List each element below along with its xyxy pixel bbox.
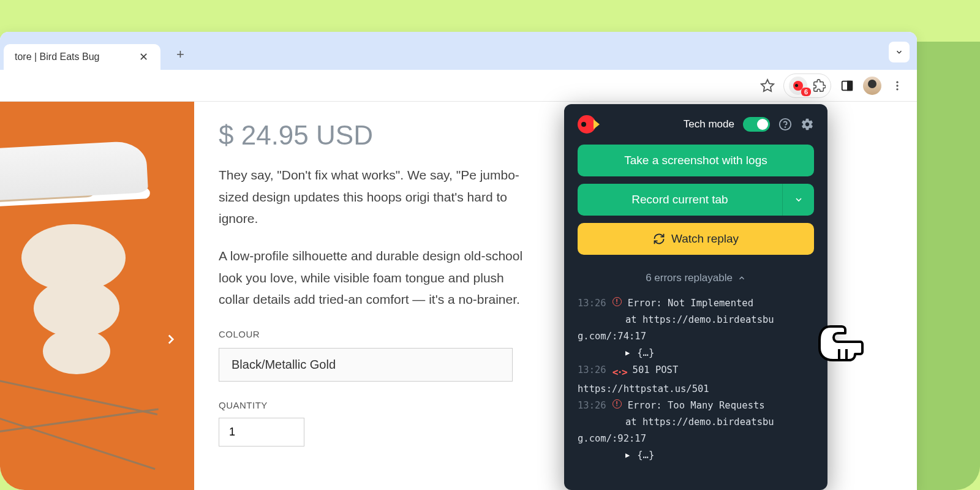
tab-bar: tore | Bird Eats Bug ✕ + xyxy=(0,32,917,70)
browser-tab[interactable]: tore | Bird Eats Bug ✕ xyxy=(4,44,160,70)
error-icon: ! xyxy=(612,399,622,409)
network-error-icon: <·> xyxy=(612,364,627,381)
product-description-2: A low-profile silhouette and durable des… xyxy=(219,245,537,311)
sidepanel-icon[interactable] xyxy=(839,77,856,94)
svg-point-8 xyxy=(785,127,786,127)
tab-list-dropdown[interactable] xyxy=(889,42,910,62)
refresh-icon xyxy=(653,233,665,245)
errors-collapse-toggle[interactable]: 6 errors replayable xyxy=(564,266,827,295)
screenshot-button[interactable]: Take a screenshot with logs xyxy=(578,145,814,176)
error-row[interactable]: 13:26 <·> 501 POST xyxy=(578,362,814,381)
extensions-pill: 6 xyxy=(783,74,831,98)
tech-mode-label: Tech mode xyxy=(684,118,734,130)
error-row[interactable]: 13:26 ! Error: Too Many Requests xyxy=(578,398,814,414)
bookmark-star-icon[interactable] xyxy=(759,77,776,94)
error-expand[interactable]: ▶{…} xyxy=(578,447,814,464)
profile-avatar[interactable] xyxy=(863,77,881,95)
product-image xyxy=(0,102,194,490)
bird-extension-icon[interactable]: 6 xyxy=(789,77,807,95)
error-list: 13:26 ! Error: Not Implemented at https:… xyxy=(564,295,827,464)
extension-popup: Tech mode Take a screenshot with logs Re… xyxy=(564,104,827,490)
svg-rect-3 xyxy=(848,81,852,90)
browser-toolbar: 6 xyxy=(0,70,917,102)
watch-replay-button[interactable]: Watch replay xyxy=(578,223,814,255)
brand-logo-icon xyxy=(578,115,596,134)
svg-point-5 xyxy=(896,85,898,86)
settings-gear-icon[interactable] xyxy=(801,118,814,131)
help-icon[interactable] xyxy=(778,118,792,131)
pointing-hand-icon xyxy=(815,325,864,364)
svg-point-6 xyxy=(896,88,898,90)
extension-badge: 6 xyxy=(801,88,811,96)
record-tab-button[interactable]: Record current tab xyxy=(578,184,782,216)
new-tab-button[interactable]: + xyxy=(172,46,189,63)
record-dropdown-button[interactable] xyxy=(782,184,814,216)
quantity-input[interactable] xyxy=(219,418,304,447)
chevron-up-icon xyxy=(737,274,746,282)
error-expand[interactable]: ▶{…} xyxy=(578,345,814,361)
kebab-menu-icon[interactable] xyxy=(889,77,906,94)
colour-select[interactable]: Black/Metallic Gold xyxy=(219,348,513,382)
next-image-icon[interactable] xyxy=(163,331,179,347)
tab-title: tore | Bird Eats Bug xyxy=(15,51,99,62)
svg-marker-0 xyxy=(761,80,774,91)
product-description-1: They say, "Don't fix what works". We say… xyxy=(219,164,537,230)
extensions-icon[interactable] xyxy=(812,79,826,92)
close-tab-icon[interactable]: ✕ xyxy=(137,51,149,63)
error-row[interactable]: 13:26 ! Error: Not Implemented xyxy=(578,295,814,312)
tech-mode-toggle[interactable] xyxy=(743,117,770,132)
error-icon: ! xyxy=(612,297,622,306)
svg-point-4 xyxy=(896,81,898,83)
